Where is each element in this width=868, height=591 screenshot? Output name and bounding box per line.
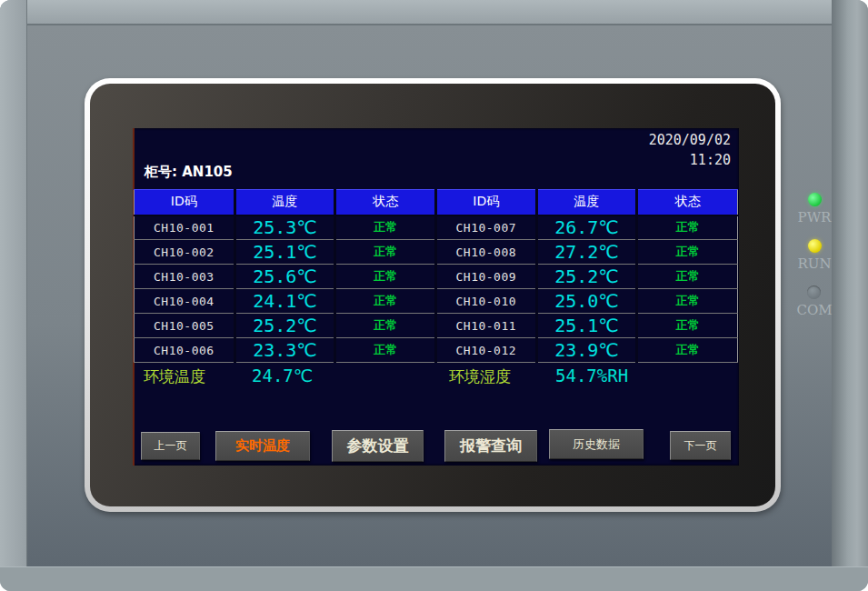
temperature-cell: 25.2℃ (234, 314, 335, 338)
column-header-id: ID码 (135, 190, 235, 215)
led-panel: PWR RUN COM (787, 193, 842, 318)
status-cell: 正常 (335, 338, 436, 363)
temperature-cell: 23.3℃ (234, 338, 335, 363)
status-cell: 正常 (335, 265, 436, 289)
prev-page-button[interactable]: 上一页 (141, 432, 200, 460)
run-led-group: RUN (797, 239, 831, 272)
channel-id-cell: CH10-008 (435, 240, 536, 265)
com-led-label: COM (796, 302, 832, 318)
column-header-status: 状态 (637, 190, 738, 215)
table-row: CH10-005 25.2℃ 正常 CH10-011 25.1℃ 正常 (135, 314, 738, 338)
status-cell: 正常 (637, 215, 738, 240)
channel-id-cell: CH10-007 (435, 215, 536, 240)
temperature-cell: 27.2℃ (536, 240, 637, 265)
status-cell: 正常 (335, 314, 436, 338)
table-row: CH10-006 23.3℃ 正常 CH10-012 23.9℃ 正常 (135, 338, 738, 363)
status-cell: 正常 (335, 240, 436, 265)
status-cell: 正常 (637, 338, 738, 363)
table-row: CH10-002 25.1℃ 正常 CH10-008 27.2℃ 正常 (135, 240, 738, 265)
power-led-group: PWR (798, 193, 832, 225)
ambient-humidity-label: 环境湿度 (449, 366, 511, 387)
cabinet-label: 柜号: AN105 (145, 164, 233, 181)
history-data-button[interactable]: 历史数据 (549, 429, 644, 459)
channel-id-cell: CH10-004 (135, 289, 235, 314)
com-led-icon (807, 285, 821, 299)
next-page-button[interactable]: 下一页 (670, 431, 731, 460)
run-led-label: RUN (797, 255, 831, 272)
temperature-cell: 24.1℃ (234, 289, 335, 314)
table-row: CH10-001 25.3℃ 正常 CH10-007 26.7℃ 正常 (135, 215, 738, 240)
table-row: CH10-004 24.1℃ 正常 CH10-010 25.0℃ 正常 (135, 289, 738, 314)
lcd-screen: 2020/09/02 11:20 柜号: AN105 ID码 温度 状态 ID码… (133, 128, 739, 466)
temperature-cell: 25.2℃ (536, 265, 637, 289)
temperature-cell: 25.6℃ (234, 265, 335, 289)
status-cell: 正常 (637, 265, 738, 289)
temperature-cell: 26.7℃ (536, 215, 637, 240)
realtime-temperature-table: ID码 温度 状态 ID码 温度 状态 CH10-001 25.3℃ 正常 CH… (134, 189, 738, 363)
channel-id-cell: CH10-005 (135, 314, 235, 338)
table-header-row: ID码 温度 状态 ID码 温度 状态 (135, 190, 738, 215)
bezel-frame-bottom (0, 566, 868, 591)
status-cell: 正常 (637, 240, 738, 265)
status-cell: 正常 (335, 215, 436, 240)
channel-id-cell: CH10-006 (135, 338, 235, 363)
power-led-label: PWR (798, 209, 832, 225)
column-header-temp: 温度 (234, 190, 335, 215)
ambient-temperature-value: 24.7℃ (252, 366, 313, 386)
realtime-temp-button[interactable]: 实时温度 (215, 431, 310, 461)
column-header-id: ID码 (435, 190, 536, 215)
temperature-cell: 25.1℃ (536, 314, 637, 338)
temperature-cell: 23.9℃ (536, 338, 637, 363)
channel-id-cell: CH10-002 (135, 240, 235, 265)
channel-id-cell: CH10-011 (435, 314, 536, 338)
run-led-icon (808, 239, 822, 253)
status-cell: 正常 (335, 289, 436, 314)
channel-id-cell: CH10-001 (135, 215, 235, 240)
ambient-temperature-label: 环境温度 (144, 366, 205, 387)
hmi-device: 2020/09/02 11:20 柜号: AN105 ID码 温度 状态 ID码… (0, 0, 868, 591)
bezel-frame-top (0, 0, 868, 25)
power-led-icon (808, 193, 822, 206)
bezel-frame-left (0, 0, 27, 591)
status-cell: 正常 (637, 289, 738, 314)
column-header-temp: 温度 (536, 190, 637, 215)
alarm-query-button[interactable]: 报警查询 (444, 430, 537, 462)
channel-id-cell: CH10-003 (135, 265, 235, 289)
com-led-group: COM (796, 285, 832, 318)
channel-id-cell: CH10-009 (435, 265, 536, 289)
param-settings-button[interactable]: 参数设置 (332, 430, 424, 462)
table-row: CH10-003 25.6℃ 正常 CH10-009 25.2℃ 正常 (135, 265, 738, 289)
channel-id-cell: CH10-012 (435, 338, 536, 363)
time-display: 11:20 (690, 152, 731, 168)
temperature-cell: 25.0℃ (536, 289, 637, 314)
ambient-humidity-value: 54.7%RH (555, 366, 628, 386)
temperature-cell: 25.1℃ (234, 240, 335, 265)
column-header-status: 状态 (335, 190, 436, 215)
temperature-cell: 25.3℃ (234, 215, 335, 240)
date-display: 2020/09/02 (649, 132, 731, 148)
channel-id-cell: CH10-010 (435, 289, 536, 314)
status-cell: 正常 (637, 314, 738, 338)
